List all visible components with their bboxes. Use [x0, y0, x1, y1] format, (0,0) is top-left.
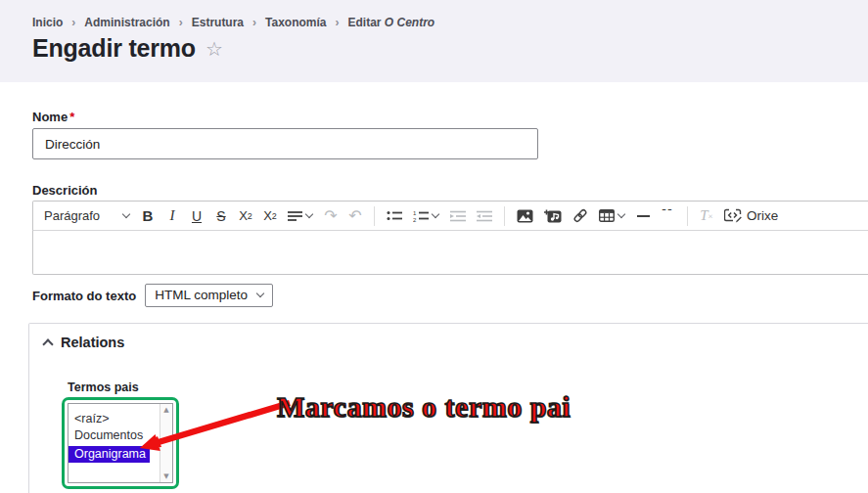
annotation-text: Marcamos o termo pai [277, 390, 571, 424]
bulleted-list-icon [387, 209, 402, 222]
name-label-text: Nome [32, 110, 68, 124]
source-editing-label: Orixe [747, 208, 778, 223]
text-alignment-dropdown[interactable] [283, 204, 318, 228]
breadcrumb-separator-icon: › [71, 16, 75, 29]
text-format-row: Formato do texto HTML completo [32, 284, 868, 307]
remove-format-x: × [708, 211, 713, 221]
remove-format-button[interactable]: T× [695, 204, 718, 228]
chevron-down-icon [617, 210, 625, 218]
link-icon [572, 208, 588, 223]
scroll-up-icon[interactable]: ▲ [163, 406, 168, 414]
editor-toolbar: Parágrafo B I U S X2 X2 ↷ ↶ 1 [32, 201, 868, 231]
breadcrumb-separator-icon: › [252, 16, 256, 29]
numbered-list-dropdown[interactable]: 1 2 [408, 204, 444, 228]
toolbar-divider [504, 206, 505, 226]
page-header: Inicio › Administración › Estrutura › Ta… [0, 0, 868, 82]
text-format-value: HTML completo [155, 288, 248, 302]
chevron-down-icon [256, 290, 264, 297]
remove-format-base: T [700, 207, 708, 224]
link-button[interactable] [568, 204, 593, 228]
indent-button[interactable] [445, 204, 471, 228]
source-code-icon [724, 208, 742, 223]
breadcrumb-administracion[interactable]: Administración [84, 16, 169, 29]
rich-text-editor: Parágrafo B I U S X2 X2 ↷ ↶ 1 [32, 201, 868, 275]
list-option-documentos[interactable]: Documentos [69, 427, 160, 444]
redo-button[interactable]: ↷ [319, 204, 343, 228]
breadcrumb: Inicio › Administración › Estrutura › Ta… [32, 16, 868, 29]
source-editing-button[interactable]: Orixe [719, 204, 783, 228]
numbered-list-icon: 1 2 [413, 209, 429, 222]
horizontal-line-button[interactable] [631, 204, 655, 228]
bulleted-list-button[interactable] [382, 204, 407, 228]
indent-icon [450, 210, 466, 222]
text-format-select[interactable]: HTML completo [145, 284, 273, 307]
editor-content-area[interactable] [32, 231, 868, 275]
breadcrumb-editar-prefix: Editar [348, 16, 385, 29]
breadcrumb-editar-o-centro[interactable]: Editar O Centro [348, 16, 435, 29]
italic-button[interactable]: I [160, 204, 184, 228]
scroll-down-icon[interactable]: ▼ [163, 472, 168, 480]
horizontal-line-icon [637, 215, 650, 217]
paragraph-style-dropdown[interactable]: Parágrafo [39, 204, 135, 228]
annotation-highlight-box: <raíz> Documentos Organigrama ▲ ▼ [62, 397, 179, 489]
subscript-base: X [263, 208, 272, 223]
text-format-label: Formato do texto [32, 289, 136, 303]
block-quote-button[interactable]: “ [656, 204, 680, 228]
breadcrumb-editar-italic: O Centro [385, 16, 434, 29]
bookmark-star-icon[interactable]: ☆ [206, 37, 223, 61]
insert-image-button[interactable] [512, 204, 538, 228]
toolbar-divider [687, 206, 688, 226]
svg-text:1: 1 [413, 210, 417, 216]
required-mark: * [69, 110, 74, 124]
page-title: Engadir termo [32, 34, 196, 63]
superscript-base: X [239, 208, 248, 223]
strikethrough-button[interactable]: S [209, 204, 233, 228]
description-field-label: Descrición [32, 183, 868, 198]
undo-button[interactable]: ↶ [343, 204, 367, 228]
paragraph-dropdown-label: Parágrafo [44, 208, 100, 223]
listbox-scrollbar[interactable]: ▲ ▼ [160, 404, 172, 482]
outdent-button[interactable] [472, 204, 497, 228]
superscript-button[interactable]: X2 [234, 204, 257, 228]
breadcrumb-taxonomia[interactable]: Taxonomía [265, 16, 326, 29]
svg-text:2: 2 [413, 217, 417, 223]
align-text-icon [288, 210, 302, 222]
parent-terms-listbox[interactable]: <raíz> Documentos Organigrama ▲ ▼ [68, 403, 173, 483]
list-option-raiz[interactable]: <raíz> [69, 411, 160, 427]
breadcrumb-inicio[interactable]: Inicio [32, 16, 63, 29]
chevron-down-icon [305, 210, 313, 218]
breadcrumb-estrutura[interactable]: Estrutura [192, 16, 244, 29]
chevron-down-icon [122, 210, 130, 218]
insert-table-dropdown[interactable] [594, 204, 630, 228]
toolbar-divider [374, 206, 375, 226]
breadcrumb-separator-icon: › [179, 16, 183, 29]
chevron-up-icon [42, 338, 53, 349]
table-icon [599, 209, 615, 222]
subscript-idx: 2 [272, 211, 277, 221]
subscript-button[interactable]: X2 [258, 204, 282, 228]
underline-button[interactable]: U [185, 204, 208, 228]
relations-toggle[interactable]: Relations [44, 335, 868, 350]
media-icon [544, 209, 562, 223]
chevron-down-icon [432, 210, 439, 218]
insert-media-button[interactable] [539, 204, 567, 228]
list-option-organigrama-selected[interactable]: Organigrama [69, 446, 150, 463]
breadcrumb-separator-icon: › [336, 16, 340, 29]
image-icon [517, 209, 533, 223]
name-field-label: Nome* [32, 110, 868, 124]
relations-title: Relations [61, 335, 124, 350]
bold-button[interactable]: B [136, 204, 160, 228]
superscript-exp: 2 [248, 211, 252, 221]
block-quote-icon: “ [661, 209, 675, 223]
name-input[interactable] [32, 128, 538, 159]
outdent-icon [477, 210, 492, 222]
